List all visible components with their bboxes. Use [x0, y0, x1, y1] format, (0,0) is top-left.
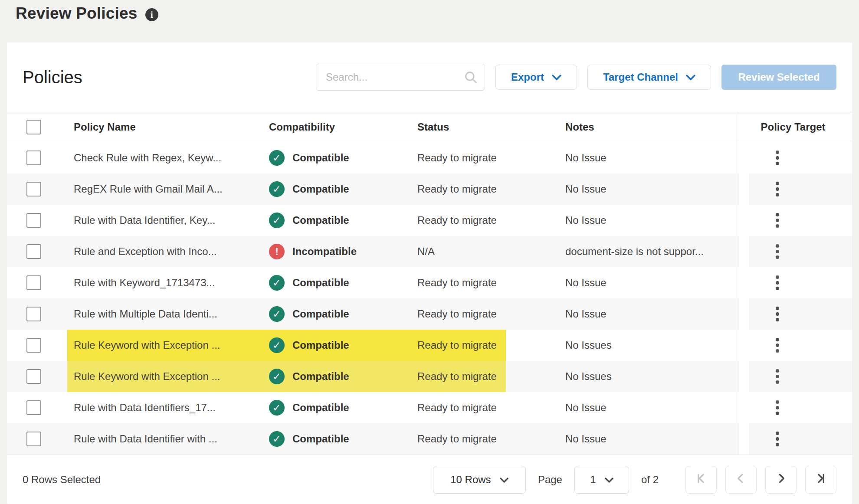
- compatibility-text: Compatible: [292, 370, 349, 383]
- review-selected-button[interactable]: Review Selected: [721, 65, 836, 90]
- compatibility-text: Incompatible: [292, 245, 357, 258]
- status-text: Ready to migrate: [417, 183, 497, 195]
- row-checkbox[interactable]: [26, 275, 41, 290]
- notes-cell: No Issues: [508, 361, 739, 392]
- chevron-right-icon: [774, 472, 787, 488]
- notes-text: No Issue: [565, 277, 607, 289]
- compatibility-cell: ✓ Compatible: [260, 298, 408, 330]
- policy-name-cell: Rule with Data Identifier, Key...: [61, 205, 260, 236]
- kebab-menu-button[interactable]: [773, 429, 782, 449]
- chevron-down-icon: [552, 71, 561, 83]
- row-checkbox[interactable]: [26, 400, 41, 415]
- status-text: N/A: [417, 245, 435, 258]
- table-row: RegEX Rule with Gmail Mail A... ✓ Compat…: [7, 173, 852, 205]
- row-checkbox-cell: [7, 267, 61, 298]
- row-checkbox[interactable]: [26, 369, 41, 384]
- row-checkbox[interactable]: [26, 307, 41, 321]
- status-cell: Ready to migrate: [408, 267, 508, 298]
- policy-name-text: Rule with Data Identifier, Key...: [74, 214, 215, 226]
- policy-target-cell: [739, 298, 852, 330]
- notes-cell: No Issue: [508, 142, 739, 173]
- table-row: Rule Keyword with Exception ... ✓ Compat…: [7, 361, 852, 392]
- policy-name-cell: Rule Keyword with Exception ...: [61, 361, 260, 392]
- policy-target-cell: [739, 361, 852, 392]
- table-body: Check Rule with Regex, Keyw... ✓ Compati…: [7, 142, 852, 455]
- notes-cell: document-size is not suppor...: [508, 236, 739, 267]
- compatibility-text: Compatible: [292, 277, 349, 289]
- page-header: Review Policies i: [0, 0, 859, 43]
- row-checkbox-cell: [7, 236, 61, 267]
- compatible-check-icon: ✓: [269, 213, 285, 228]
- compatibility-cell: ✓ Compatible: [260, 361, 408, 392]
- policy-name-text: Rule and Exception with Inco...: [74, 245, 217, 258]
- first-page-button[interactable]: [685, 466, 717, 494]
- rows-per-page-select[interactable]: 10 Rows: [433, 466, 526, 494]
- chevron-down-icon: [500, 474, 508, 486]
- row-checkbox[interactable]: [26, 244, 41, 259]
- kebab-menu-button[interactable]: [773, 367, 782, 386]
- kebab-menu-button[interactable]: [773, 273, 782, 293]
- policy-name-text: Rule Keyword with Exception ...: [74, 370, 220, 383]
- row-checkbox[interactable]: [26, 213, 41, 228]
- kebab-menu-button[interactable]: [773, 304, 782, 324]
- notes-text: No Issues: [565, 339, 612, 351]
- row-checkbox[interactable]: [26, 338, 41, 353]
- kebab-menu-button[interactable]: [773, 148, 782, 168]
- row-checkbox[interactable]: [26, 151, 41, 165]
- compatibility-text: Compatible: [292, 339, 349, 351]
- policies-card: Policies Export Target Channel Review Se: [7, 43, 852, 504]
- export-button[interactable]: Export: [495, 65, 577, 90]
- status-cell: Ready to migrate: [408, 392, 508, 423]
- kebab-menu-button[interactable]: [773, 242, 782, 262]
- table-row: Rule with Data Identifiers_17... ✓ Compa…: [7, 392, 852, 423]
- notes-cell: No Issue: [508, 267, 739, 298]
- compatibility-text: Compatible: [292, 183, 349, 195]
- status-cell: Ready to migrate: [408, 173, 508, 205]
- policy-name-cell: Rule and Exception with Inco...: [61, 236, 260, 267]
- last-page-button[interactable]: [805, 466, 836, 494]
- notes-cell: No Issue: [508, 423, 739, 455]
- status-cell: N/A: [408, 236, 508, 267]
- compatibility-text: Compatible: [292, 402, 349, 414]
- policies-heading: Policies: [23, 68, 82, 87]
- table-row: Rule with Data Identifier, Key... ✓ Comp…: [7, 205, 852, 236]
- page-number-select[interactable]: 1: [574, 466, 629, 494]
- row-checkbox-cell: [7, 298, 61, 330]
- notes-cell: No Issue: [508, 173, 739, 205]
- table-row: Rule with Data Identifier with ... ✓ Com…: [7, 423, 852, 455]
- status-cell: Ready to migrate: [408, 298, 508, 330]
- chevron-down-icon: [686, 71, 695, 83]
- compatibility-cell: ✓ Compatible: [260, 423, 408, 455]
- review-selected-button-label: Review Selected: [738, 71, 820, 83]
- policy-name-cell: Check Rule with Regex, Keyw...: [61, 142, 260, 173]
- kebab-menu-button[interactable]: [773, 210, 782, 230]
- status-cell: Ready to migrate: [408, 205, 508, 236]
- column-header-compatibility: Compatibility: [260, 112, 408, 142]
- compatible-check-icon: ✓: [269, 431, 285, 447]
- search-input[interactable]: [316, 64, 485, 91]
- policy-name-cell: Rule with Data Identifiers_17...: [61, 392, 260, 423]
- previous-page-button[interactable]: [725, 466, 757, 494]
- row-checkbox-cell: [7, 142, 61, 173]
- info-icon[interactable]: i: [145, 8, 158, 21]
- row-checkbox-cell: [7, 392, 61, 423]
- kebab-menu-button[interactable]: [773, 335, 782, 355]
- kebab-menu-button[interactable]: [773, 398, 782, 418]
- next-page-button[interactable]: [765, 466, 797, 494]
- notes-text: No Issue: [565, 214, 607, 226]
- chevron-down-icon: [605, 474, 613, 486]
- notes-text: document-size is not suppor...: [565, 245, 704, 258]
- select-all-checkbox[interactable]: [26, 120, 41, 134]
- kebab-menu-button[interactable]: [773, 179, 782, 199]
- notes-cell: No Issues: [508, 330, 739, 361]
- column-header-status: Status: [408, 112, 508, 142]
- row-checkbox[interactable]: [26, 182, 41, 196]
- row-checkbox[interactable]: [26, 432, 41, 446]
- target-channel-button[interactable]: Target Channel: [587, 65, 711, 90]
- policy-name-text: Rule Keyword with Exception ...: [74, 339, 220, 351]
- status-cell: Ready to migrate: [408, 142, 508, 173]
- target-channel-button-label: Target Channel: [603, 71, 678, 83]
- column-header-policy-target: Policy Target: [739, 112, 852, 142]
- chevron-left-icon: [734, 472, 748, 488]
- page-total-text: of 2: [641, 474, 659, 486]
